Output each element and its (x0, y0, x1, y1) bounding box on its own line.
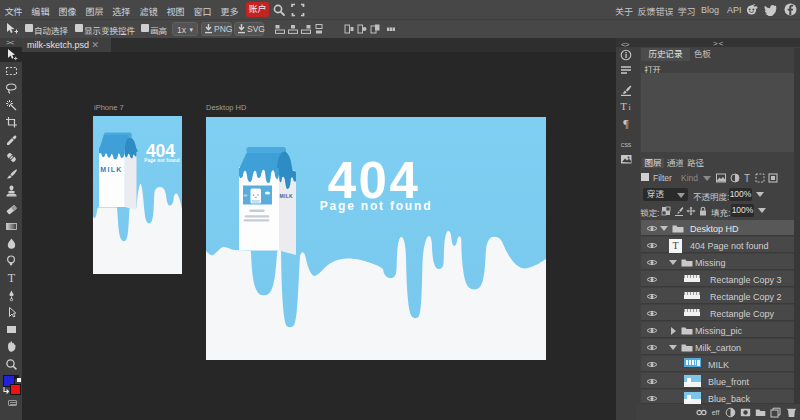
svg-text:CSS: CSS (621, 142, 632, 148)
svg-text:MILK: MILK (100, 166, 122, 173)
svg-text:T: T (7, 271, 15, 284)
svg-text:T: T (744, 173, 750, 183)
svg-text:Page not found: Page not found (144, 158, 180, 163)
svg-text:MILK: MILK (280, 193, 294, 199)
svg-text:i: i (628, 103, 631, 112)
svg-text:¶: ¶ (623, 117, 629, 129)
svg-text:T: T (620, 100, 627, 112)
svg-text:Page not found: Page not found (320, 199, 433, 213)
svg-text:eff: eff (712, 409, 720, 416)
